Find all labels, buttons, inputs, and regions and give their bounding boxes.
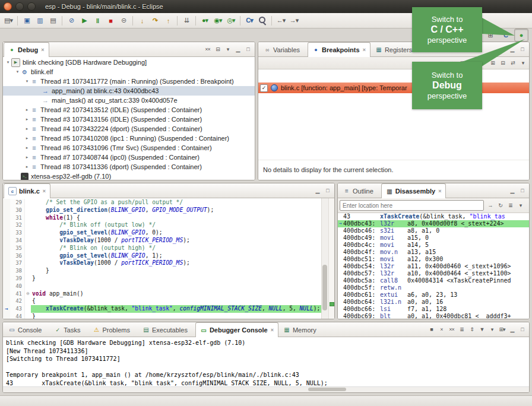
- console-horizontal-scrollbar[interactable]: [3, 386, 529, 392]
- minimize-icon[interactable]: ▁: [507, 325, 517, 335]
- show-source-icon[interactable]: ≣: [505, 201, 515, 211]
- minimize-icon[interactable]: ▁: [233, 45, 243, 55]
- fold-icon[interactable]: [24, 252, 31, 260]
- tab-close-icon[interactable]: ×: [363, 47, 366, 53]
- minimize-icon[interactable]: ▁: [507, 45, 517, 55]
- back-button[interactable]: ←▾: [274, 15, 287, 27]
- fold-icon[interactable]: [24, 275, 31, 283]
- line-number[interactable]: 43: [10, 305, 24, 313]
- step-over-button[interactable]: ↷: [148, 15, 162, 27]
- view-tab[interactable]: Disassembly ×: [381, 183, 446, 198]
- line-number[interactable]: 39: [10, 275, 24, 283]
- disassembly-row[interactable]: → 400dbc43:l32ra8, 0x400d00f8 <_stext+22…: [338, 220, 529, 227]
- expander-icon[interactable]: ▸: [24, 145, 30, 150]
- resume-button[interactable]: ▶: [78, 15, 91, 27]
- expand-all-icon[interactable]: ⊞: [487, 58, 498, 68]
- fold-icon[interactable]: [24, 207, 31, 214]
- search-button[interactable]: [256, 15, 269, 27]
- code-line[interactable]: → 43 xTaskCreate(&blink_task, "blink_tas…: [3, 305, 321, 313]
- scrollbar-thumb[interactable]: [308, 388, 346, 391]
- open-console-icon[interactable]: ⊞▾: [497, 325, 507, 335]
- debug-tree-row[interactable]: ▸ Thread #7 1073408744 (ipc0) (Suspended…: [3, 153, 255, 162]
- suspend-button[interactable]: ‖: [91, 15, 104, 27]
- terminate-icon[interactable]: ■: [426, 325, 436, 335]
- save-all-button[interactable]: ▥: [33, 15, 46, 27]
- expander-icon[interactable]: ▾: [14, 69, 21, 74]
- skip-all-breakpoints-button[interactable]: ⊘: [65, 15, 78, 27]
- line-number[interactable]: 32: [10, 221, 24, 229]
- debug-tree-row[interactable]: ▾ blink.elf: [3, 67, 255, 77]
- code-area[interactable]: 29 /* Set the GPIO as a push/pull output…: [3, 198, 321, 319]
- fold-icon[interactable]: [24, 259, 31, 267]
- expander-icon[interactable]: ▸: [24, 126, 30, 131]
- maximize-icon[interactable]: □: [517, 186, 527, 196]
- tab-close-icon[interactable]: ×: [43, 188, 46, 194]
- fold-icon[interactable]: [24, 297, 31, 305]
- maximize-icon[interactable]: □: [517, 325, 527, 335]
- refresh-icon[interactable]: ↻: [495, 201, 505, 211]
- disconnect-button[interactable]: ⊝: [117, 15, 130, 27]
- checkbox-checked-icon[interactable]: ✓: [260, 84, 268, 92]
- instruction-stepping-button[interactable]: ⇊: [180, 15, 193, 27]
- expander-icon[interactable]: ▸: [24, 117, 30, 122]
- line-number[interactable]: 34: [10, 237, 24, 245]
- line-number[interactable]: 36: [10, 252, 24, 260]
- expander-icon[interactable]: ▸: [24, 155, 30, 160]
- tab-close-icon[interactable]: ×: [438, 188, 441, 194]
- code-line[interactable]: 36 gpio_set_level(BLINK_GPIO, 1);: [3, 252, 321, 260]
- view-menu-icon[interactable]: ▾: [515, 201, 525, 211]
- jump-to-pc-icon[interactable]: →: [485, 201, 495, 211]
- run-button[interactable]: ◉▾: [211, 15, 224, 27]
- fold-icon[interactable]: [24, 221, 31, 229]
- disassembly-row[interactable]: 400dbc5f:retw.n: [338, 284, 529, 291]
- expander-icon[interactable]: ▸: [24, 164, 30, 169]
- clear-console-icon[interactable]: ≣: [457, 325, 467, 335]
- display-selected-console-icon[interactable]: ▾: [487, 325, 497, 335]
- fold-icon[interactable]: [24, 199, 31, 207]
- line-number[interactable]: 33: [10, 229, 24, 237]
- disassembly-row[interactable]: 400dbc4f:mov.na13, a15: [338, 249, 529, 256]
- tab-close-icon[interactable]: ×: [271, 327, 274, 333]
- code-line[interactable]: 37 vTaskDelay(1000 / portTICK_PERIOD_MS)…: [3, 259, 321, 267]
- breakpoint-item[interactable]: ✓ blink.c [function: app_main] [type: Te…: [258, 83, 529, 93]
- location-input[interactable]: [340, 200, 484, 211]
- minimize-icon[interactable]: ▁: [312, 186, 322, 196]
- code-line[interactable]: 41 ⊖ void app_main(): [3, 290, 321, 298]
- line-number[interactable]: 38: [10, 267, 24, 275]
- view-tab[interactable]: Debug ×: [4, 42, 49, 57]
- disassembly-row[interactable]: 400dbc57:l32ra10, 0x400d0464 <_stext+110…: [338, 270, 529, 277]
- remove-all-terminated-icon[interactable]: ××: [202, 45, 213, 55]
- fold-icon[interactable]: [24, 313, 31, 319]
- code-line[interactable]: 35 /* Blink on (output high) */: [3, 245, 321, 252]
- disassembly-row[interactable]: 400dbc51:movia12, 0x300: [338, 256, 529, 263]
- debug-tree-row[interactable]: main_task() at cpu_start.c:339 0x400d057…: [3, 96, 255, 105]
- line-number[interactable]: 40: [10, 283, 24, 290]
- line-number[interactable]: 35: [10, 245, 24, 252]
- print-button[interactable]: ▤: [46, 15, 59, 27]
- code-line[interactable]: 40: [3, 283, 321, 290]
- forward-button[interactable]: →▾: [287, 15, 300, 27]
- disassembly-row[interactable]: 400dbc61:extuia6, a0, 23, 13: [338, 291, 529, 299]
- view-tab[interactable]: Breakpoints ×: [308, 42, 370, 57]
- fold-icon[interactable]: [24, 214, 31, 222]
- view-menu-icon[interactable]: ▾: [518, 58, 528, 68]
- debug-tree-row[interactable]: ▸ Thread #6 1073431096 (Tmr Svc) (Suspen…: [3, 143, 255, 153]
- line-number[interactable]: 31: [10, 214, 24, 222]
- view-tab[interactable]: Variables: [259, 42, 308, 56]
- new-wizard-button[interactable]: ▤▾: [2, 15, 15, 27]
- fold-icon[interactable]: ⊖: [24, 290, 31, 298]
- collapse-all-icon[interactable]: ⊟: [213, 45, 223, 55]
- view-tab[interactable]: Debugger Console ×: [195, 322, 278, 337]
- fold-icon[interactable]: [24, 229, 31, 237]
- new-cpp-project-button[interactable]: C▾: [243, 15, 256, 27]
- save-button[interactable]: ▣: [20, 15, 33, 27]
- debug-tree-row[interactable]: ▸ Thread #5 1073410208 (ipc1 : Running) …: [3, 134, 255, 143]
- debug-tree-row[interactable]: ▸ Thread #2 1073413512 (IDLE) (Suspended…: [3, 105, 255, 115]
- maximize-icon[interactable]: □: [517, 45, 527, 55]
- line-number[interactable]: 37: [10, 259, 24, 267]
- line-number[interactable]: 29: [10, 199, 24, 207]
- line-number[interactable]: 30: [10, 207, 24, 214]
- remove-all-terminated-icon[interactable]: ××: [446, 325, 457, 335]
- scrollbar-thumb[interactable]: [322, 265, 327, 310]
- expander-icon[interactable]: ▾: [24, 79, 30, 84]
